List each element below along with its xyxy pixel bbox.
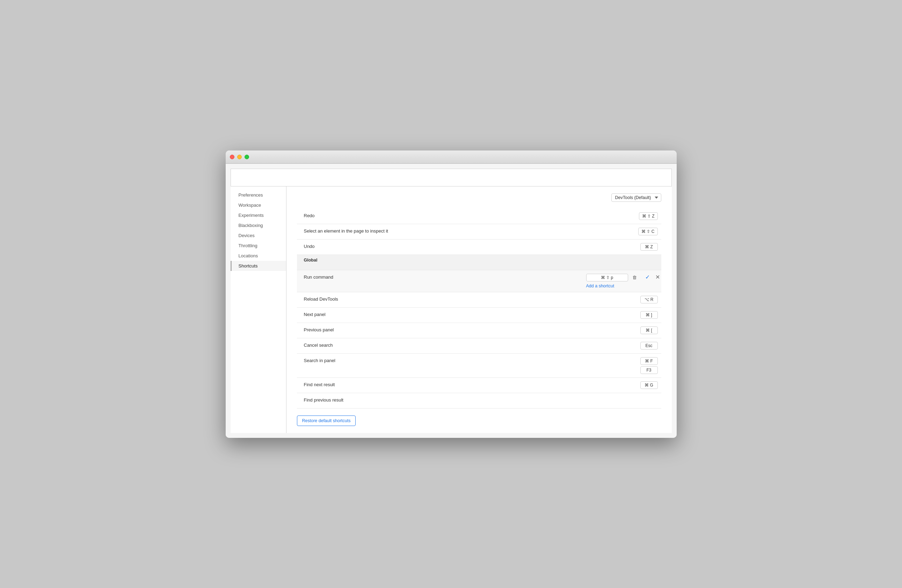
key-badge: ⌘ F (640, 357, 658, 365)
shortcut-row: Cancel searchEsc (297, 338, 661, 354)
shortcut-name: Select an element in the page to inspect… (297, 228, 639, 234)
key-badge: ⌥ R (640, 296, 658, 303)
sidebar-item-devices[interactable]: Devices (230, 230, 286, 241)
maximize-button[interactable] (244, 155, 249, 159)
sidebar-item-locations[interactable]: Locations (230, 251, 286, 261)
shortcut-name: Run command (297, 274, 586, 280)
shortcut-row-editing: Run command⌘ ⇧ p🗑Add a shortcut✓✕ (297, 270, 661, 292)
shortcut-row: Next panel⌘ ] (297, 308, 661, 323)
key-badge: ⌘ ⇧ C (638, 228, 658, 235)
shortcut-keys-row: Esc (640, 342, 658, 350)
confirm-edit-button[interactable]: ✓ (642, 274, 653, 280)
shortcut-keys-row: F3 (640, 366, 658, 374)
shortcut-keys-row: ⌘ Z (640, 243, 658, 251)
shortcut-keys: ⌥ R (640, 296, 661, 303)
shortcut-name: Next panel (297, 311, 640, 317)
cancel-edit-button[interactable]: ✕ (654, 274, 661, 280)
sidebar-item-preferences[interactable]: Preferences (230, 190, 286, 200)
section-header-global: Global (297, 255, 661, 270)
shortcut-keys: ⌘ ] (640, 311, 661, 319)
devtools-window: PreferencesWorkspaceExperimentsBlackboxi… (226, 150, 676, 438)
shortcut-name: Undo (297, 243, 640, 249)
key-badge: ⌘ ⇧ Z (639, 212, 658, 220)
sidebar-item-experiments[interactable]: Experiments (230, 210, 286, 220)
shortcut-keys: ⌘ ⇧ Z (639, 212, 661, 220)
key-badge: F3 (640, 366, 658, 374)
shortcut-name: Search in panel (297, 357, 640, 363)
shortcut-keys-row: ⌥ R (640, 296, 658, 303)
settings-heading (238, 169, 252, 186)
sidebar-item-throttling[interactable]: Throttling (230, 241, 286, 251)
close-button[interactable] (230, 155, 235, 159)
restore-defaults-button[interactable]: Restore default shortcuts (297, 416, 356, 426)
shortcut-name: Find previous result (297, 397, 658, 403)
shortcut-row: Redo⌘ ⇧ Z (297, 209, 661, 224)
key-badge: ⌘ G (640, 381, 658, 389)
shortcut-name: Cancel search (297, 342, 640, 348)
shortcut-row: Search in panel⌘ FF3 (297, 354, 661, 378)
shortcut-row: Undo⌘ Z (297, 239, 661, 255)
sidebar-item-shortcuts[interactable]: Shortcuts (230, 261, 286, 271)
shortcut-keys: ⌘ ⇧ C (638, 228, 661, 235)
shortcut-keys: ⌘ G (640, 381, 661, 389)
section-label: Global (297, 258, 318, 263)
preset-select[interactable]: DevTools (Default) Visual Studio Code (611, 194, 661, 202)
shortcut-keys-row: ⌘ [ (640, 327, 658, 334)
key-badge: ⌘ ] (640, 311, 658, 319)
shortcut-keys-row: ⌘ ⇧ C (638, 228, 658, 235)
traffic-lights (230, 155, 249, 159)
key-badge: ⌘ Z (640, 243, 658, 251)
editing-key-badge[interactable]: ⌘ ⇧ p (586, 274, 628, 281)
shortcut-row: Find previous result (297, 393, 661, 408)
shortcut-keys-row: ⌘ F (640, 357, 658, 365)
sidebar-item-blackboxing[interactable]: Blackboxing (230, 220, 286, 230)
shortcut-keys-editing: ⌘ ⇧ p🗑Add a shortcut (586, 274, 642, 288)
shortcut-row: Select an element in the page to inspect… (297, 224, 661, 239)
shortcut-row: Previous panel⌘ [ (297, 323, 661, 338)
shortcuts-list: Redo⌘ ⇧ ZSelect an element in the page t… (297, 209, 661, 408)
shortcut-keys: ⌘ [ (640, 327, 661, 334)
shortcut-keys: ⌘ Z (640, 243, 661, 251)
key-badge: Esc (640, 342, 658, 350)
shortcut-row: Find next result⌘ G (297, 378, 661, 393)
main-panel: DevTools (Default) Visual Studio Code Re… (287, 186, 672, 433)
shortcut-keys: ⌘ FF3 (640, 357, 661, 374)
shortcut-row: Reload DevTools⌥ R (297, 292, 661, 308)
add-shortcut-link[interactable]: Add a shortcut (586, 283, 614, 288)
shortcut-keys-row: ⌘ ⇧ Z (639, 212, 658, 220)
titlebar (226, 150, 676, 164)
key-badge: ⌘ [ (640, 327, 658, 334)
shortcut-name: Previous panel (297, 327, 640, 332)
shortcut-name: Find next result (297, 381, 640, 387)
preset-row: DevTools (Default) Visual Studio Code (297, 194, 661, 202)
shortcut-keys-row: ⌘ ] (640, 311, 658, 319)
minimize-button[interactable] (237, 155, 242, 159)
shortcut-keys-row: ⌘ ⇧ p🗑 (586, 274, 639, 281)
delete-shortcut-icon[interactable]: 🗑 (630, 274, 639, 281)
sidebar-item-workspace[interactable]: Workspace (230, 200, 286, 210)
sidebar: PreferencesWorkspaceExperimentsBlackboxi… (230, 186, 287, 433)
editing-controls: ✓✕ (642, 274, 661, 280)
shortcut-keys: Esc (640, 342, 661, 350)
shortcut-name: Redo (297, 212, 639, 218)
shortcut-name: Reload DevTools (297, 296, 640, 302)
shortcut-keys-row: ⌘ G (640, 381, 658, 389)
